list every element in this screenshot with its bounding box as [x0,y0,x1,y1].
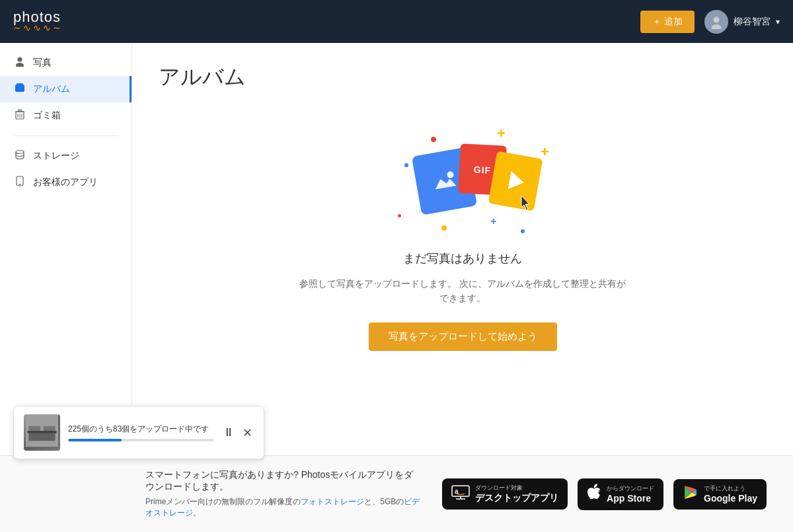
app-badges: a ダウンロード対象 デスクトップアプリ からダウンロード App Store [442,478,767,510]
desktop-app-badge[interactable]: a ダウンロード対象 デスクトップアプリ [442,478,568,510]
appstore-badge-text: からダウンロード App Store [607,484,654,504]
close-button[interactable]: ✕ [241,424,254,441]
photo-storage-link[interactable]: フォトストレージ [301,497,364,506]
user-name: 柳谷智宮 [734,16,771,28]
plus-yellow-1: + [497,126,506,141]
bottom-title: スマートフォンに写真がありますか? Photosモバイルアプリをダウンロードしま… [145,469,422,493]
add-button[interactable]: ＋ 追加 [640,11,695,33]
svg-rect-15 [430,167,460,195]
sidebar-label-photos: 写真 [33,57,52,69]
avatar [704,10,728,34]
toast-text: 225個のうち83個をアップロード中です [68,424,213,435]
empty-title: まだ写真はありません [403,250,522,266]
mobile-icon [13,176,26,189]
cursor-icon [519,194,533,215]
googleplay-badge-text: で手に入れよう Google Play [704,484,757,504]
sidebar-label-trash: ゴミ箱 [33,110,61,122]
plus-yellow-2: + [541,145,549,159]
dot-yellow-1 [441,225,447,231]
svg-rect-27 [28,432,55,441]
appstore-sub: からダウンロード [607,484,654,493]
upload-button[interactable]: 写真をアップロードして始めよう [369,323,557,351]
sidebar-item-photos[interactable]: 写真 [0,50,132,76]
empty-state: + + + GIF [159,112,767,351]
bottom-section: スマートフォンに写真がありますか? Photosモバイルアプリをダウンロードしま… [0,455,793,532]
google-play-icon [683,484,699,504]
toast-thumbnail [24,414,60,451]
svg-rect-30 [28,431,57,434]
googleplay-sub: で手に入れよう [704,484,757,493]
header-right: ＋ 追加 柳谷智宮 ▾ [640,10,780,34]
gif-label: GIF [473,164,491,175]
logo-smile: ∼∿∿∿∼ [13,22,63,33]
play-icon [508,171,526,192]
dot-red-2 [398,214,401,217]
trash-icon [13,109,26,122]
googleplay-main: Google Play [704,493,757,504]
desktop-sub: ダウンロード対象 [475,484,558,492]
toast-content: 225個のうち83個をアップロード中です [68,424,213,441]
plus-blue-1: + [490,216,496,227]
bottom-text: スマートフォンに写真がありますか? Photosモバイルアプリをダウンロードしま… [145,469,422,519]
album-icon [13,83,26,96]
desktop-icon: a [451,485,470,504]
sidebar-item-trash[interactable]: ゴミ箱 [0,102,132,129]
sidebar-label-albums: アルバム [33,83,70,95]
toast-controls: ⏸ ✕ [221,424,254,441]
sidebar-divider [13,135,118,136]
user-menu[interactable]: 柳谷智宮 ▾ [704,10,780,34]
desktop-badge-text: ダウンロード対象 デスクトップアプリ [475,484,558,504]
apple-icon [587,484,601,505]
svg-rect-5 [17,83,23,85]
logo: photos ∼∿∿∿∼ [13,10,63,33]
page-title: アルバム [159,63,246,92]
dot-red-1 [431,137,436,142]
subtitle-suffix: 。 [193,508,201,517]
sidebar-item-albums[interactable]: アルバム [0,76,132,102]
app-header: photos ∼∿∿∿∼ ＋ 追加 柳谷智宮 ▾ [0,0,793,43]
pause-button[interactable]: ⏸ [221,424,236,441]
empty-illustration: + + + GIF [390,125,535,231]
dot-blue-2 [521,229,525,233]
dot-blue-1 [404,163,408,167]
bottom-subtitle: Primeメンバー向けの無制限のフル解像度のフォトストレージと、5GBのビデオス… [145,496,422,519]
toast-thumbnail-img [24,414,60,451]
subtitle-prefix: Primeメンバー向けの無制限のフル解像度の [145,497,301,506]
toast-progress-fill [68,439,122,441]
play-card-yellow [488,151,543,211]
svg-point-2 [18,57,22,62]
google-play-badge[interactable]: で手に入れよう Google Play [673,479,767,510]
desktop-main: デスクトップアプリ [475,492,558,504]
svg-rect-4 [15,85,24,92]
upload-toast: 225個のうち83個をアップロード中です ⏸ ✕ [13,406,264,459]
svg-rect-8 [18,110,22,111]
svg-point-0 [714,17,720,22]
sidebar-label-apps: お客様のアプリ [33,176,98,188]
subtitle-middle: と、5GBの [364,497,404,506]
appstore-main: App Store [607,493,654,504]
sidebar-label-storage: ストレージ [33,150,79,162]
toast-progress-bar [68,439,213,441]
svg-point-12 [16,151,24,154]
chevron-down-icon: ▾ [776,17,780,26]
svg-point-1 [712,24,722,29]
person-icon [13,56,26,69]
svg-point-3 [16,63,24,67]
sidebar-item-storage[interactable]: ストレージ [0,143,132,169]
app-store-badge[interactable]: からダウンロード App Store [578,478,663,510]
sidebar-item-apps[interactable]: お客様のアプリ [0,169,132,196]
empty-description: 参照して写真をアップロードします。 次に、アルバムを作成して整理と共有ができます… [297,276,628,306]
storage-icon [13,149,26,163]
